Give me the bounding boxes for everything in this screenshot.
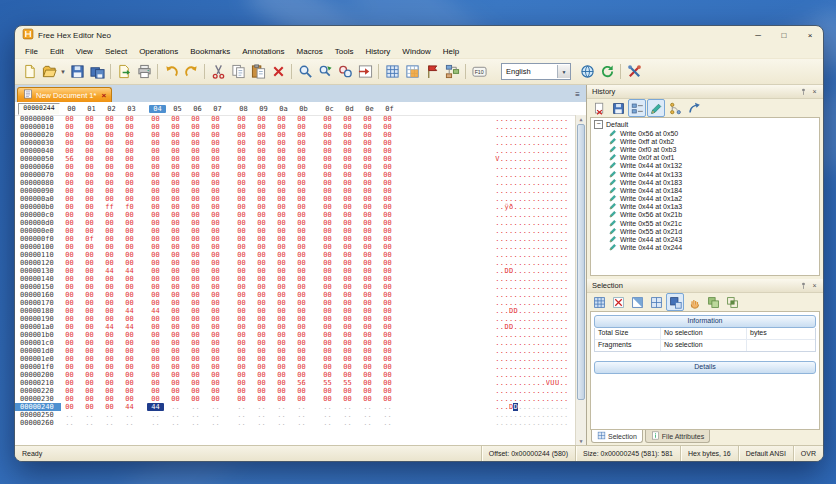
hex-byte[interactable]: 00 [273,155,290,163]
hex-byte[interactable]: 00 [379,211,396,219]
hex-byte[interactable]: 00 [61,387,78,395]
history-item[interactable]: Write 0x44 at 0x244 [594,244,819,252]
hex-byte[interactable]: 00 [273,363,290,371]
hex-byte[interactable]: .. [187,403,204,411]
hex-byte[interactable]: 00 [61,299,78,307]
hex-byte[interactable]: 00 [359,147,376,155]
hex-byte[interactable]: 00 [253,323,270,331]
hex-byte[interactable]: 00 [273,123,290,131]
hex-byte[interactable]: 00 [81,187,98,195]
hex-byte[interactable]: f0 [121,203,138,211]
ascii-char[interactable]: . [564,275,569,283]
hex-byte[interactable]: 00 [339,155,356,163]
hex-byte[interactable]: .. [167,411,184,419]
hex-byte[interactable]: ff [101,203,118,211]
hex-byte[interactable]: 00 [167,203,184,211]
hex-byte[interactable]: 00 [81,219,98,227]
hex-byte[interactable]: 00 [147,163,164,171]
ascii-char[interactable]: . [564,147,569,155]
hex-byte[interactable]: 00 [187,299,204,307]
hex-byte[interactable]: 00 [121,147,138,155]
hex-byte[interactable]: 00 [293,155,310,163]
hex-byte[interactable]: 00 [147,131,164,139]
hex-byte[interactable]: 00 [121,387,138,395]
history-item[interactable]: Write 0x44 at 0x184 [594,186,819,194]
hex-byte[interactable]: 00 [207,219,224,227]
hex-byte[interactable]: 00 [147,219,164,227]
hex-byte[interactable]: 00 [273,347,290,355]
hex-byte[interactable]: 44 [101,267,118,275]
hex-byte[interactable]: 00 [81,403,98,411]
hex-byte[interactable]: 00 [147,251,164,259]
hex-byte[interactable]: 00 [233,187,250,195]
hex-byte[interactable]: 00 [121,379,138,387]
selection-invert-selection-button[interactable] [628,293,646,311]
hex-byte[interactable]: 00 [273,203,290,211]
hex-byte[interactable]: 00 [319,179,336,187]
hex-byte[interactable]: 00 [273,227,290,235]
hex-byte[interactable]: 00 [81,267,98,275]
hex-byte[interactable]: .. [207,403,224,411]
scroll-down-icon[interactable]: ▼ [579,437,582,445]
hex-byte[interactable]: 00 [293,259,310,267]
f10-command-button[interactable]: F10 [469,62,489,82]
hex-byte[interactable]: 00 [207,211,224,219]
hex-byte[interactable]: 00 [207,131,224,139]
hex-byte[interactable]: 00 [61,195,78,203]
hex-byte[interactable]: 00 [101,363,118,371]
hex-byte[interactable]: 00 [61,147,78,155]
hex-byte[interactable]: 00 [101,259,118,267]
hex-byte[interactable]: 00 [61,219,78,227]
hex-byte[interactable]: 00 [233,299,250,307]
hex-byte[interactable]: 00 [101,211,118,219]
hex-byte[interactable]: 00 [253,299,270,307]
hex-byte[interactable]: 00 [293,307,310,315]
ascii-char[interactable]: . [564,371,569,379]
hex-byte[interactable]: 00 [273,235,290,243]
hex-byte[interactable]: 00 [273,371,290,379]
hex-editor[interactable]: 00000244 000102030405060708090a0b0c0d0e0… [15,102,586,445]
hex-byte[interactable]: 00 [359,275,376,283]
hex-byte[interactable]: 00 [207,315,224,323]
hex-byte[interactable]: 00 [339,187,356,195]
ascii-char[interactable]: . [564,243,569,251]
tab-close-icon[interactable]: × [101,91,106,100]
ascii-char[interactable]: . [564,131,569,139]
hex-byte[interactable]: 00 [339,299,356,307]
hex-byte[interactable]: 00 [207,331,224,339]
hex-byte[interactable]: 00 [61,355,78,363]
hex-byte[interactable]: .. [339,419,356,427]
hex-byte[interactable]: 00 [233,147,250,155]
hex-byte[interactable]: 00 [187,315,204,323]
hex-byte[interactable]: .. [379,403,396,411]
hex-byte[interactable]: 00 [319,283,336,291]
hex-byte[interactable]: 00 [81,283,98,291]
hex-byte[interactable]: 44 [121,323,138,331]
hex-byte[interactable]: 00 [207,115,224,123]
hex-byte[interactable]: 00 [253,219,270,227]
ascii-char[interactable]: . [564,347,569,355]
hex-byte[interactable]: 00 [253,187,270,195]
hex-byte[interactable]: 00 [359,331,376,339]
hex-byte[interactable]: 00 [273,147,290,155]
hex-byte[interactable]: 00 [121,371,138,379]
hex-byte[interactable]: 00 [121,187,138,195]
hex-byte[interactable]: .. [207,419,224,427]
hex-byte[interactable]: 00 [61,235,78,243]
hex-byte[interactable]: 00 [101,187,118,195]
hex-byte[interactable]: 00 [359,131,376,139]
hex-byte[interactable]: 00 [207,163,224,171]
hex-byte[interactable]: 00 [293,115,310,123]
hex-byte[interactable]: 00 [167,139,184,147]
history-item[interactable]: Write 0x44 at 0x183 [594,178,819,186]
hex-byte[interactable]: 00 [359,299,376,307]
hex-byte[interactable]: .. [147,419,164,427]
history-item[interactable]: Write 0x44 at 0x132 [594,162,819,170]
hex-byte[interactable]: 00 [253,267,270,275]
hex-byte[interactable]: 00 [319,363,336,371]
hex-byte[interactable]: 00 [187,115,204,123]
hex-byte[interactable]: 00 [233,339,250,347]
hex-byte[interactable]: 00 [61,339,78,347]
hex-byte[interactable]: 00 [359,395,376,403]
hex-byte[interactable]: 00 [207,363,224,371]
